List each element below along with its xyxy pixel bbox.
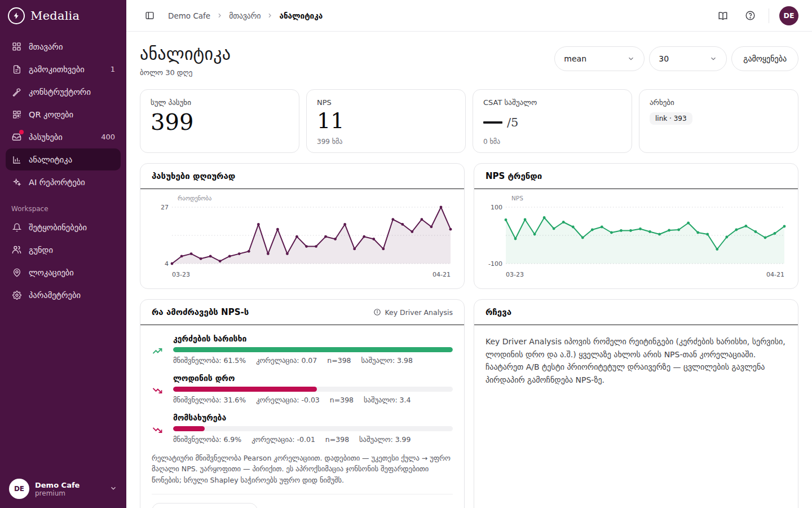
kpi-sub: 399 ხმა xyxy=(317,138,455,146)
stat-importance: მნიშვნელობა: 6.9% xyxy=(173,435,241,444)
chart-title: პასუხები დღიურად xyxy=(152,171,235,181)
divider xyxy=(769,8,769,23)
kpi-denominator: /5 xyxy=(507,116,518,129)
kpi-total-responses: სულ პასუხი 399 xyxy=(140,89,299,153)
kpi-label: CSAT საშუალო xyxy=(483,98,621,107)
sidebar-item-label: მთავარი xyxy=(29,42,63,51)
driver-stats: მნიშვნელობა: 31.6% კორელაცია: -0.03 n=39… xyxy=(173,396,453,404)
stat-importance: მნიშვნელობა: 61.5% xyxy=(173,356,246,365)
driver-row: მომსახურება მნიშვნელობა: 6.9% კორელაცია:… xyxy=(152,413,453,444)
sidebar-item-qr-codes[interactable]: QR კოდები xyxy=(6,103,121,125)
chart-title: NPS ტრენდი xyxy=(486,171,542,181)
sidebar-toggle-button[interactable] xyxy=(141,7,158,24)
sidebar-nav: მთავარი გამოკითხვები 1 კონსტრუქტორი QR კ… xyxy=(0,31,126,194)
user-avatar[interactable]: DE xyxy=(779,6,798,25)
driver-bar-track xyxy=(173,347,453,352)
brand-name: Medalia xyxy=(30,9,80,23)
kpi-channels: არხები link · 393 xyxy=(639,89,798,153)
qr-code-icon xyxy=(11,109,22,120)
stat-n: n=398 xyxy=(327,356,351,365)
empty-value-dash xyxy=(483,121,502,124)
sidebar-item-label: გამოკითხვები xyxy=(29,65,85,74)
stat-correlation: კორელაცია: -0.03 xyxy=(256,396,320,404)
workspace-switcher[interactable]: DE Demo Cafe premium xyxy=(0,471,126,508)
sidebar-item-locations[interactable]: ლოკაციები xyxy=(6,261,121,283)
sidebar-item-builder[interactable]: კონსტრუქტორი xyxy=(6,81,121,103)
stat-correlation: კორელაცია: -0.01 xyxy=(251,435,315,444)
workspace-plan: premium xyxy=(35,489,80,497)
stat-mean: საშუალო: 3.99 xyxy=(359,435,411,444)
channel-badge: link · 393 xyxy=(650,112,692,125)
sidebar-item-notifications[interactable]: შეტყობინებები xyxy=(6,216,121,238)
docs-book-icon[interactable] xyxy=(714,7,731,24)
bell-icon xyxy=(11,222,22,233)
inbox-icon xyxy=(11,132,22,142)
sidebar-item-analytics[interactable]: ანალიტიკა xyxy=(6,148,121,170)
help-icon[interactable] xyxy=(742,7,758,24)
users-icon xyxy=(11,244,22,255)
metric-select[interactable]: mean xyxy=(554,46,645,71)
sidebar-item-label: შეტყობინებები xyxy=(29,223,87,232)
grid-icon xyxy=(11,41,22,52)
ai-recommendations-button[interactable]: AI რეკომენდაციები xyxy=(152,503,258,508)
driver-bar-fill xyxy=(173,347,453,352)
notification-dot xyxy=(19,130,24,134)
driver-name: კერძების ხარისხი xyxy=(173,334,453,343)
sidebar-item-label: კონსტრუქტორი xyxy=(29,87,91,97)
sidebar-item-label: ანალიტიკა xyxy=(29,155,72,164)
driver-footnote: რელატიური მნიშვნელობა Pearson კორელაციით… xyxy=(152,453,453,485)
workspace-avatar: DE xyxy=(9,479,29,499)
responses-daily-card: პასუხები დღიურად რაოდენობა27403-2304-21 xyxy=(140,163,465,289)
sidebar-badge: 400 xyxy=(101,133,115,141)
trend-up-icon xyxy=(152,334,165,365)
chevron-down-icon xyxy=(709,55,717,63)
svg-text:27: 27 xyxy=(161,204,169,211)
info-icon xyxy=(373,308,381,316)
sidebar-item-label: გუნდი xyxy=(29,246,53,255)
hammer-icon xyxy=(11,86,22,97)
topbar: Demo Cafe მთავარი ანალიტიკა DE xyxy=(126,0,812,32)
sidebar-item-label: პასუხები xyxy=(29,133,63,142)
svg-text:-100: -100 xyxy=(488,260,502,268)
apply-button[interactable]: გამოყენება xyxy=(731,46,798,71)
sidebar-badge: 1 xyxy=(111,65,115,73)
sidebar: Medalia მთავარი გამოკითხვები 1 კონსტრუქტ… xyxy=(0,0,126,508)
kpi-label: NPS xyxy=(317,98,455,107)
svg-text:03-23: 03-23 xyxy=(172,271,190,278)
sparkles-icon xyxy=(11,177,22,187)
svg-text:100: 100 xyxy=(491,204,502,211)
chevron-down-icon xyxy=(109,484,117,494)
sidebar-item-ai-reports[interactable]: AI რეპორტები xyxy=(6,171,121,193)
sidebar-item-responses[interactable]: პასუხები 400 xyxy=(6,126,121,148)
driver-row: ლოდინის დრო მნიშვნელობა: 31.6% კორელაცია… xyxy=(152,374,453,404)
sidebar-item-surveys[interactable]: გამოკითხვები 1 xyxy=(6,58,121,80)
workspace-section-label: Workspace xyxy=(0,194,126,216)
driver-bar-track xyxy=(173,387,453,392)
sidebar-item-settings[interactable]: პარამეტრები xyxy=(6,284,121,306)
days-select-value: 30 xyxy=(659,54,669,63)
content: ანალიტიკა ბოლო 30 დღე mean 30 გამოყენება… xyxy=(126,32,812,508)
breadcrumb-workspace[interactable]: Demo Cafe xyxy=(168,11,210,20)
breadcrumb-home[interactable]: მთავარი xyxy=(229,11,261,20)
days-select[interactable]: 30 xyxy=(649,46,727,71)
bar-chart-icon xyxy=(11,154,22,165)
sidebar-item-label: AI რეპორტები xyxy=(29,178,85,187)
document-icon xyxy=(11,64,22,75)
driver-name: ლოდინის დრო xyxy=(173,374,453,383)
tip-title: რჩევა xyxy=(486,307,511,317)
map-pin-icon xyxy=(11,267,22,278)
driver-bar-fill xyxy=(173,426,205,431)
kpi-label: არხები xyxy=(650,98,788,107)
sidebar-item-home[interactable]: მთავარი xyxy=(6,36,121,58)
driver-stats: მნიშვნელობა: 6.9% კორელაცია: -0.01 n=398… xyxy=(173,435,453,444)
svg-text:04-21: 04-21 xyxy=(766,271,784,278)
sidebar-item-team[interactable]: გუნდი xyxy=(6,239,121,261)
nps-trend-chart: NPS100-10003-2304-21 xyxy=(486,192,788,286)
kpi-nps: NPS 11 399 ხმა xyxy=(306,89,466,153)
sidebar-item-label: QR კოდები xyxy=(29,110,73,119)
sidebar-item-label: პარამეტრები xyxy=(29,291,81,300)
chevron-right-icon xyxy=(266,12,273,19)
stat-n: n=398 xyxy=(330,396,354,404)
key-driver-card: რა ამოძრავებს NPS-ს Key Driver Analysis … xyxy=(140,299,465,508)
bolt-icon xyxy=(8,7,25,24)
